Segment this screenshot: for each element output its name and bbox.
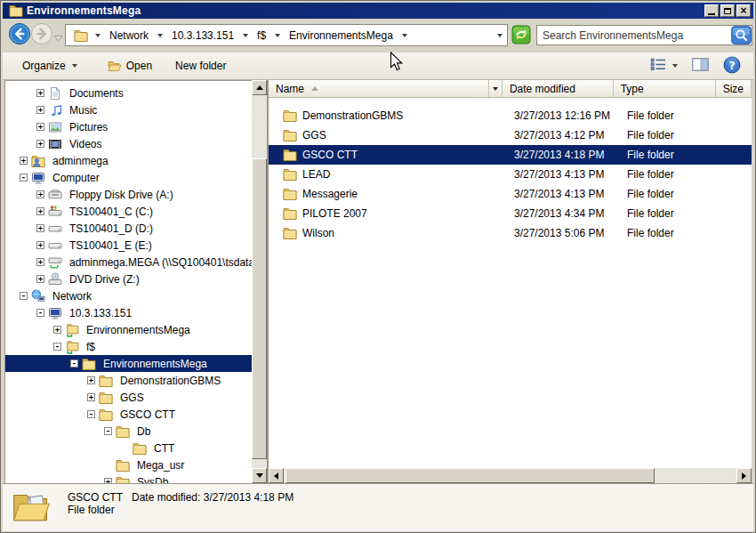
expand-icon[interactable]: + — [36, 190, 44, 198]
folder-tree-pane: +Documents +Music +Pictures +Videos +adm… — [4, 80, 252, 483]
tree-item-ctt[interactable]: CTT — [5, 440, 252, 456]
expand-icon[interactable]: + — [36, 258, 44, 266]
tree-item-music[interactable]: +Music — [5, 101, 252, 118]
tree-item-sysdb[interactable]: +SysDb — [5, 473, 252, 483]
tree-item-share-environnementsmega[interactable]: +EnvironnementsMega — [5, 321, 252, 338]
organize-button[interactable]: Organize — [15, 56, 84, 76]
tree-item-host[interactable]: -10.3.133.151 — [5, 304, 252, 321]
tree-item-label: TS100401_C (C:) — [67, 205, 156, 219]
expand-icon[interactable]: + — [36, 106, 44, 114]
tree-item-network[interactable]: -Network — [5, 287, 252, 304]
expand-icon[interactable]: - — [20, 292, 28, 300]
preview-pane-button[interactable] — [690, 55, 711, 77]
column-header-size[interactable]: Size — [716, 80, 752, 98]
shared-folder-icon — [65, 340, 79, 354]
tree-item-documents[interactable]: +Documents — [5, 85, 252, 101]
new-folder-button[interactable]: New folder — [168, 56, 233, 76]
expand-icon[interactable]: + — [53, 326, 61, 334]
tree-item-ggs[interactable]: +GGS — [5, 389, 252, 406]
expand-icon[interactable]: + — [36, 207, 44, 215]
expand-icon[interactable]: - — [104, 427, 112, 435]
help-button[interactable]: ? — [721, 53, 743, 79]
breadcrumb-separator-icon[interactable] — [157, 34, 163, 37]
expand-icon[interactable]: + — [20, 157, 28, 165]
change-view-button[interactable] — [648, 55, 680, 77]
refresh-button[interactable] — [511, 25, 531, 44]
scrollbar-thumb[interactable] — [252, 158, 267, 459]
close-button[interactable]: × — [736, 4, 751, 17]
file-type: File folder — [620, 109, 724, 122]
back-button[interactable] — [8, 22, 31, 45]
column-header-type[interactable]: Type — [614, 80, 716, 98]
expand-icon[interactable]: - — [70, 359, 78, 367]
breadcrumb-share[interactable]: f$ — [255, 28, 268, 44]
search-input[interactable]: Search EnvironnementsMega — [537, 29, 731, 42]
expand-icon[interactable]: + — [36, 224, 44, 232]
history-dropdown[interactable] — [53, 32, 63, 44]
scroll-left-button[interactable] — [269, 468, 284, 483]
file-row-lead[interactable]: LEAD 3/27/2013 4:13 PM File folder — [269, 165, 752, 184]
tree-item-floppy-a[interactable]: +Floppy Disk Drive (A:) — [5, 186, 252, 203]
tree-item-adminmega[interactable]: +adminmega — [5, 152, 252, 169]
search-box[interactable]: Search EnvironnementsMega — [536, 25, 752, 45]
column-filter-button[interactable] — [488, 80, 502, 97]
breadcrumb-separator-icon[interactable] — [243, 34, 248, 37]
tree-item-db[interactable]: -Db — [5, 423, 252, 440]
maximize-button[interactable] — [720, 4, 735, 17]
breadcrumb-separator-icon[interactable] — [402, 34, 407, 37]
scroll-up-button[interactable] — [252, 80, 267, 95]
search-button[interactable] — [731, 26, 752, 44]
shared-folder-icon — [65, 323, 79, 337]
forward-button[interactable] — [30, 22, 53, 45]
expand-icon[interactable]: - — [87, 410, 95, 418]
expand-icon[interactable]: - — [20, 174, 28, 182]
column-header-name[interactable]: Name — [269, 80, 503, 98]
file-row-wilson[interactable]: Wilson 3/27/2013 5:06 PM File folder — [269, 223, 752, 243]
tree-item-drive-h[interactable]: +adminmega.MEGA (\\SQ100401\tsdata$) (H:… — [5, 254, 252, 271]
tree-item-mega-usr[interactable]: Mega_usr — [5, 456, 252, 473]
breadcrumb-network[interactable]: Network — [108, 28, 150, 44]
breadcrumb-separator-icon[interactable] — [95, 34, 101, 37]
tree-item-environnementsmega-selected[interactable]: -EnvironnementsMega — [5, 355, 252, 372]
tree-item-drive-c[interactable]: +TS100401_C (C:) — [5, 203, 252, 220]
tree-item-computer[interactable]: -Computer — [5, 169, 252, 186]
expand-icon[interactable]: - — [53, 343, 61, 351]
scroll-right-button[interactable] — [736, 468, 752, 483]
tree-item-dvd-z[interactable]: +DVD Drive (Z:) — [5, 271, 252, 287]
address-bar[interactable]: Network 10.3.133.151 f$ EnvironnementsMe… — [65, 24, 508, 46]
scroll-down-button[interactable] — [252, 468, 267, 483]
open-button[interactable]: Open — [101, 55, 159, 77]
expand-icon[interactable]: - — [36, 309, 44, 317]
tree-item-drive-e[interactable]: +TS100401_E (E:) — [5, 237, 252, 254]
expand-icon[interactable]: + — [36, 241, 44, 249]
file-row-messagerie[interactable]: Messagerie 3/27/2013 4:13 PM File folder — [269, 184, 752, 204]
expand-icon[interactable]: + — [36, 89, 44, 97]
file-row-demonstrationgbms[interactable]: DemonstrationGBMS 3/27/2013 12:16 PM Fil… — [269, 106, 752, 125]
file-row-pilote-2007[interactable]: PILOTE 2007 3/27/2013 4:34 PM File folde… — [269, 204, 752, 223]
file-row-gsco-ctt-selected[interactable]: GSCO CTT 3/27/2013 4:18 PM File folder — [269, 145, 752, 165]
column-header-date-modified[interactable]: Date modified — [503, 80, 614, 98]
tree-item-pictures[interactable]: +Pictures — [5, 118, 252, 135]
expand-icon[interactable]: + — [36, 140, 44, 148]
column-label: Size — [723, 83, 744, 95]
breadcrumb-current-folder[interactable]: EnvironnementsMega — [287, 28, 395, 44]
tree-item-videos[interactable]: +Videos — [5, 135, 252, 152]
tree-vertical-scrollbar[interactable] — [252, 80, 267, 483]
file-type: File folder — [620, 227, 724, 239]
tree-item-drive-d[interactable]: +TS100401_D (D:) — [5, 220, 252, 237]
scrollbar-thumb[interactable] — [286, 468, 655, 483]
file-name: LEAD — [302, 168, 330, 181]
expand-icon[interactable]: + — [87, 376, 95, 384]
expand-icon[interactable]: + — [87, 393, 95, 401]
address-dropdown-icon[interactable] — [497, 34, 503, 37]
file-row-ggs[interactable]: GGS 3/27/2013 4:12 PM File folder — [269, 125, 752, 145]
expand-icon[interactable]: + — [36, 275, 44, 283]
tree-item-demonstrationgbms[interactable]: +DemonstrationGBMS — [5, 372, 252, 389]
breadcrumb-host[interactable]: 10.3.133.151 — [170, 28, 236, 44]
minimize-button[interactable] — [704, 4, 719, 17]
file-list-horizontal-scrollbar[interactable] — [269, 468, 752, 483]
tree-item-share-f[interactable]: -f$ — [5, 338, 252, 355]
expand-icon[interactable]: + — [36, 123, 44, 131]
breadcrumb-separator-icon[interactable] — [275, 34, 280, 37]
tree-item-gsco-ctt[interactable]: -GSCO CTT — [5, 406, 252, 423]
